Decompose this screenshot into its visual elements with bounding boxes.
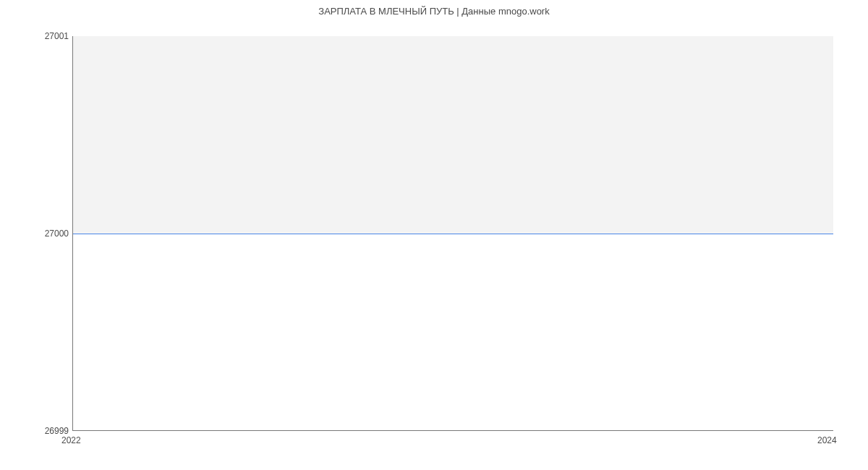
chart-title: ЗАРПЛАТА В МЛЕЧНЫЙ ПУТЬ | Данные mnogo.w… xyxy=(0,6,868,17)
ytick-label: 26999 xyxy=(45,426,69,436)
ytick-label: 27001 xyxy=(45,31,69,41)
fill-region xyxy=(73,36,833,234)
xtick-label: 2024 xyxy=(817,435,837,445)
xtick-label: 2022 xyxy=(61,435,81,445)
ytick-label: 27000 xyxy=(45,228,69,239)
data-line xyxy=(73,234,833,234)
plot-area xyxy=(72,36,833,431)
